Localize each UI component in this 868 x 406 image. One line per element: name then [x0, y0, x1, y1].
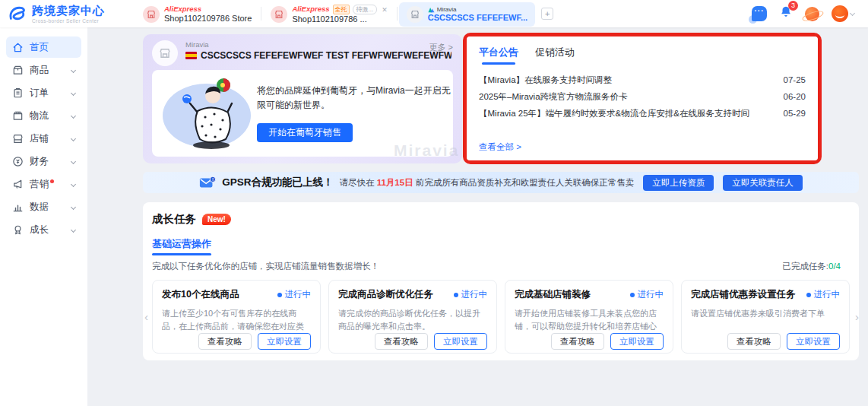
spain-flag-icon — [185, 52, 197, 59]
view-guide-button[interactable]: 查看攻略 — [375, 333, 428, 350]
red-annotation-box: 平台公告 促销活动 【Miravia】在线服务支持时间调整 07-25 2025… — [463, 33, 822, 164]
carousel-prev-icon[interactable]: ‹ — [144, 310, 148, 323]
full-service-badge: 全托 — [333, 5, 350, 14]
status-dot — [454, 293, 458, 297]
logistics-package-icon — [12, 110, 24, 122]
growth-medal-icon — [12, 224, 24, 236]
sidebar-item-finance[interactable]: 财务 — [6, 151, 81, 172]
announcement-row[interactable]: 【Miravia 25年】端午履约时效要求&物流仓库安排&在线服务支持时间 05… — [479, 105, 806, 122]
chevron-down-icon — [71, 67, 76, 72]
store-full-name: CSCSCSCS FEFEFEWFWEF TEST FEFWFWEFWEFEWF… — [201, 50, 451, 61]
growth-desc: 完成以下任务优化你的店铺，实现店铺流量销售数据增长！ — [152, 261, 379, 272]
task-card-shop-decoration: 完成基础店铺装修 进行中 请开始使用店铺装修工具来装点您的店铺，可以帮助您提升转… — [505, 280, 673, 354]
start-selling-portugal-button[interactable]: 开始在葡萄牙销售 — [257, 123, 353, 142]
task-card-product-diagnosis: 完成商品诊断优化任务 进行中 请完成你的商品诊断优化任务，以提升商品的曝光率和点… — [328, 280, 497, 354]
announcement-date: 05-29 — [784, 109, 806, 118]
sidebar-item-orders[interactable]: 订单 — [6, 82, 81, 103]
announcement-title: 【Miravia 25年】端午履约时效要求&物流仓库安排&在线服务支持时间 — [479, 108, 776, 119]
view-guide-button[interactable]: 查看攻略 — [551, 333, 604, 350]
close-tab-icon[interactable]: ✕ — [382, 6, 388, 14]
store-tab-miravia-active[interactable]: Miravia CSCSCSCS FEFEFEWF... — [399, 2, 535, 27]
svg-text:!: ! — [212, 177, 214, 182]
announcements-panel: 平台公告 促销活动 【Miravia】在线服务支持时间调整 07-25 2025… — [467, 36, 818, 160]
chevron-down-icon — [850, 10, 855, 15]
setup-now-button[interactable]: 立即设置 — [258, 333, 311, 350]
sidebar-item-label: 首页 — [30, 41, 49, 54]
more-link[interactable]: 更多 > — [429, 42, 453, 53]
sidebar-item-home[interactable]: 首页 — [6, 36, 81, 58]
sidebar-item-marketing[interactable]: 营销 — [6, 173, 81, 195]
chevron-down-icon — [71, 181, 76, 186]
store-name: CSCSCSCS FEFEFEWF... — [428, 13, 527, 23]
pending-badge: 待激... — [353, 5, 378, 14]
task-desc: 请上传至少10个有可售库存的在线商品，在上传商品前，请确保您在对应类目有品牌或特… — [162, 307, 311, 333]
messages-icon[interactable] — [752, 6, 767, 21]
sidebar-item-shop[interactable]: 店铺 — [6, 128, 81, 149]
chevron-down-icon — [71, 227, 76, 232]
app-title: 跨境卖家中心 — [32, 4, 105, 18]
gpsr-deadline: 11月15日 — [377, 178, 413, 187]
sidebar-item-label: 店铺 — [30, 132, 49, 145]
notifications-bell[interactable]: 3 — [779, 5, 793, 22]
view-guide-button[interactable]: 查看攻略 — [198, 333, 252, 350]
account-menu[interactable] — [832, 5, 854, 22]
finance-money-icon — [12, 156, 24, 167]
tab-platform-announcements[interactable]: 平台公告 — [479, 46, 518, 59]
gpsr-title: GPSR合规功能已上线！ — [222, 176, 333, 189]
chevron-down-icon — [71, 90, 76, 95]
task-card-publish-products: 发布10个在线商品 进行中 请上传至少10个有可售库存的在线商品，在上传商品前，… — [152, 280, 321, 354]
setup-now-button[interactable]: 立即设置 — [787, 333, 840, 350]
chevron-down-icon — [71, 135, 76, 141]
store-tab-2[interactable]: AliExpress 全托 待激... ✕ Shop1102109786 ... — [263, 2, 394, 27]
chevron-down-icon — [71, 113, 76, 118]
growth-title: 成长任务 — [152, 212, 196, 227]
platform-logo: AliExpress — [292, 5, 329, 14]
status-dot — [277, 293, 282, 297]
task-card-shop-coupon: 完成店铺优惠券设置任务 进行中 请设置店铺优惠券来吸引消费者下单 查看攻略 立即… — [681, 280, 850, 354]
setup-now-button[interactable]: 立即设置 — [434, 333, 487, 350]
add-store-tab-button[interactable]: + — [541, 8, 553, 20]
brand-logo[interactable]: 跨境卖家中心 Cross-border Seller Center — [0, 4, 135, 24]
store-name: Shop1102109786 ... — [292, 14, 387, 24]
task-desc: 请设置店铺优惠券来吸引消费者下单 — [691, 307, 840, 333]
announcement-date: 07-25 — [784, 75, 806, 84]
task-status: 进行中 — [277, 289, 312, 300]
platform-logo: AliExpress — [164, 5, 201, 14]
view-guide-button[interactable]: 查看攻略 — [727, 333, 781, 350]
gpsr-banner: ! GPSR合规功能已上线！ 请尽快在 11月15日 前完成所有商品资质补充和欧… — [143, 172, 859, 193]
data-chart-icon — [12, 201, 24, 213]
sidebar-item-logistics[interactable]: 物流 — [6, 105, 81, 126]
task-status: 进行中 — [806, 289, 841, 300]
store-tab-1[interactable]: AliExpress Shop1102109786 Store — [135, 2, 259, 27]
juggler-illustration — [158, 73, 254, 152]
task-status: 进行中 — [630, 289, 664, 300]
sidebar-item-data[interactable]: 数据 — [6, 196, 81, 217]
announcement-row[interactable]: 2025年–Miravia跨境官方物流服务价卡 06-20 — [479, 88, 806, 105]
chevron-down-icon — [71, 204, 76, 209]
store-avatar-icon — [152, 40, 178, 66]
growth-tasks-section: 成长任务 New! 基础运营操作 完成以下任务优化你的店铺，实现店铺流量销售数据… — [143, 202, 859, 360]
sidebar-nav: 首页 商品 订单 物流 店铺 财务 营销 数据 — [0, 27, 87, 406]
divider — [397, 7, 398, 21]
platform-logo: Miravia — [437, 6, 457, 13]
sidebar-item-products[interactable]: 商品 — [6, 59, 81, 81]
task-status: 进行中 — [454, 289, 488, 300]
tab-promo-activities[interactable]: 促销活动 — [535, 46, 575, 59]
chevron-down-icon — [71, 158, 76, 163]
status-text: 进行中 — [638, 289, 664, 300]
platform-label: Miravia — [185, 40, 451, 49]
view-all-link[interactable]: 查看全部 > — [479, 141, 521, 153]
task-desc: 请开始使用店铺装修工具来装点您的店铺，可以帮助您提升转化和培养店铺心智。 — [515, 307, 664, 333]
upload-qualification-button[interactable]: 立即上传资质 — [643, 175, 714, 191]
sidebar-item-label: 物流 — [30, 109, 49, 122]
task-desc: 请完成你的商品诊断优化任务，以提升商品的曝光率和点击率。 — [338, 307, 487, 333]
divider — [261, 7, 261, 21]
carousel-next-icon[interactable]: › — [855, 310, 859, 323]
planet-icon[interactable] — [805, 7, 819, 21]
link-responsible-person-button[interactable]: 立即关联责任人 — [723, 175, 803, 191]
portugal-promo-card: 将您的品牌延伸到葡萄牙，与Miravia一起开启无限可能的新世界。 开始在葡萄牙… — [152, 70, 453, 157]
sidebar-item-growth[interactable]: 成长 — [6, 219, 81, 240]
announcement-row[interactable]: 【Miravia】在线服务支持时间调整 07-25 — [479, 71, 806, 88]
setup-now-button[interactable]: 立即设置 — [610, 333, 664, 350]
tab-basic-operations[interactable]: 基础运营操作 — [152, 237, 211, 251]
